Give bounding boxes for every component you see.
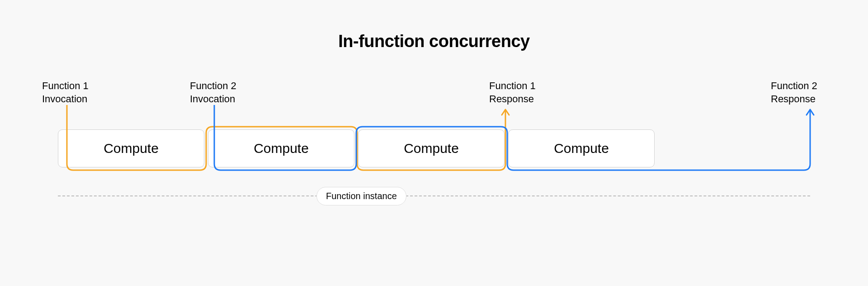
fn1-invocation-label: Function 1Invocation	[42, 80, 89, 105]
compute-box-1: Compute	[58, 129, 204, 167]
function-instance-pill: Function instance	[316, 187, 406, 205]
diagram-title: In-function concurrency	[0, 32, 868, 51]
fn1-response-label: Function 1Response	[489, 80, 536, 105]
fn2-response-label: Function 2Response	[771, 80, 817, 105]
compute-box-3: Compute	[358, 129, 505, 167]
compute-box-2: Compute	[208, 129, 354, 167]
compute-box-4: Compute	[508, 129, 655, 167]
fn2-invocation-label: Function 2Invocation	[190, 80, 236, 105]
instance-dashed-line	[58, 195, 810, 196]
